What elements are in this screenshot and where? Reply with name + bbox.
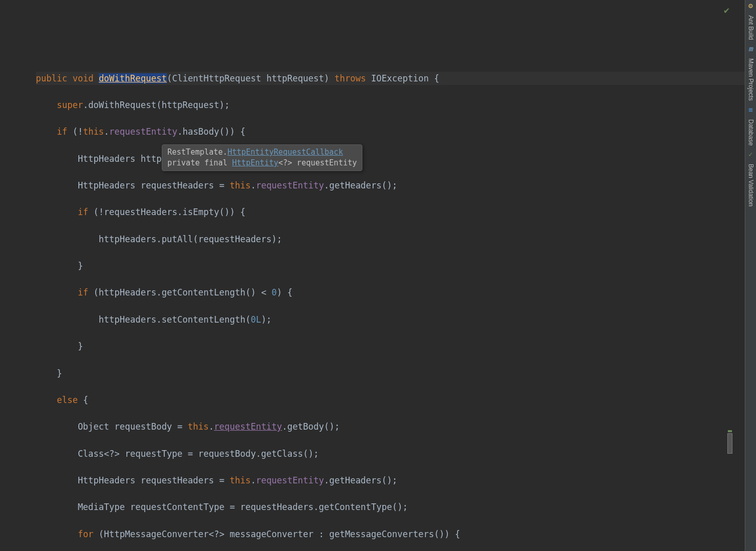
code-line[interactable]: if (!requestHeaders.isEmpty()) { — [36, 205, 745, 219]
field-reference[interactable]: requestEntity — [214, 421, 282, 432]
inspection-ok-icon: ✔ — [724, 3, 729, 17]
method-name[interactable]: doWithRequest — [99, 73, 167, 83]
quick-doc-tooltip: RestTemplate.HttpEntityRequestCallback p… — [162, 144, 362, 171]
tooltip-link[interactable]: HttpEntity — [232, 158, 278, 167]
code-line[interactable]: } — [36, 340, 745, 353]
code-line[interactable]: Class<?> requestType = requestBody.getCl… — [36, 447, 745, 460]
tool-window-bar: ⚙ Ant Build m Maven Projects ≡ Database … — [745, 0, 756, 551]
code-line[interactable]: super.doWithRequest(httpRequest); — [36, 98, 745, 112]
code-line[interactable]: httpHeaders.putAll(requestHeaders); — [36, 232, 745, 246]
maven-icon: m — [747, 45, 755, 53]
code-editor[interactable]: ✔ public void doWithRequest(ClientHttpRe… — [0, 0, 745, 551]
ant-icon: ⚙ — [747, 2, 755, 10]
scrollbar-thumb[interactable] — [727, 433, 732, 454]
code-line[interactable]: HttpHeaders requestHeaders = this.reques… — [36, 179, 745, 192]
tool-ant-build[interactable]: Ant Build — [746, 12, 755, 43]
code-line[interactable]: httpHeaders.setContentLength(0L); — [36, 313, 745, 326]
code-line[interactable]: MediaType requestContentType = requestHe… — [36, 500, 745, 514]
tooltip-link[interactable]: HttpEntityRequestCallback — [227, 147, 343, 157]
code-line[interactable]: } — [36, 367, 745, 380]
code-line[interactable]: Object requestBody = this.requestEntity.… — [36, 420, 745, 433]
tool-bean-validation[interactable]: Bean Validation — [746, 161, 755, 209]
code-line[interactable]: if (httpHeaders.getContentLength() < 0) … — [36, 286, 745, 299]
tool-maven[interactable]: Maven Projects — [746, 55, 755, 104]
code-line[interactable]: public void doWithRequest(ClientHttpRequ… — [36, 72, 745, 85]
code-line[interactable]: if (!this.requestEntity.hasBody()) { — [36, 125, 745, 138]
gutter-marker — [728, 430, 732, 432]
database-icon: ≡ — [747, 106, 755, 114]
code-line[interactable]: } — [36, 259, 745, 272]
code-line[interactable]: HttpHeaders requestHeaders = this.reques… — [36, 474, 745, 487]
bean-validation-icon: ✓ — [747, 151, 755, 159]
code-line[interactable]: for (HttpMessageConverter<?> messageConv… — [36, 527, 745, 541]
tool-database[interactable]: Database — [746, 116, 755, 149]
code-line[interactable]: else { — [36, 393, 745, 407]
code-line[interactable]: HttpHeaders httpHeaders = httpRequest.ge… — [36, 152, 745, 165]
